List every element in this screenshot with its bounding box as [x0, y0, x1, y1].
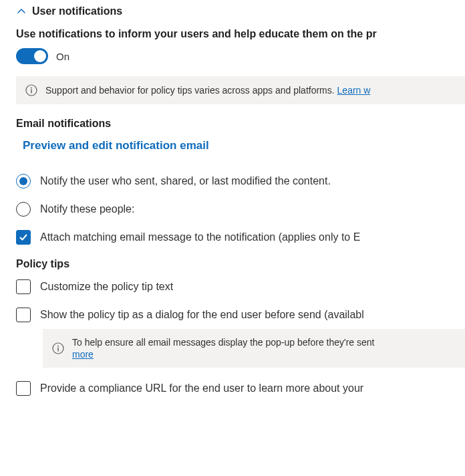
chevron-up-icon: [16, 6, 27, 17]
show-dialog-checkbox[interactable]: [16, 308, 31, 322]
compliance-url-label: Provide a compliance URL for the end use…: [40, 382, 363, 394]
notify-people-label: Notify these people:: [40, 203, 134, 215]
attach-message-checkbox[interactable]: [16, 230, 31, 245]
toggle-state-label: On: [56, 51, 69, 62]
dialog-banner-link[interactable]: more: [72, 349, 375, 360]
policy-tips-title: Policy tips: [16, 258, 465, 270]
dialog-banner-text: To help ensure all email messages displa…: [72, 337, 375, 348]
svg-point-4: [57, 346, 59, 347]
attach-message-label: Attach matching email message to the not…: [40, 231, 360, 243]
svg-point-1: [31, 88, 32, 89]
info-icon: [52, 342, 64, 354]
compliance-url-checkbox[interactable]: [16, 381, 31, 396]
section-header[interactable]: User notifications: [16, 5, 465, 17]
dialog-info-banner: To help ensure all email messages displa…: [43, 329, 465, 368]
notifications-description: Use notifications to inform your users a…: [16, 28, 465, 40]
banner-text: Support and behavior for policy tips var…: [45, 85, 337, 96]
notify-people-radio[interactable]: [16, 202, 31, 217]
policy-tips-support-banner: Support and behavior for policy tips var…: [16, 76, 465, 104]
learn-link[interactable]: Learn w: [337, 85, 371, 96]
notify-sender-radio[interactable]: [16, 174, 31, 189]
customize-tip-label: Customize the policy tip text: [40, 281, 173, 293]
notifications-toggle[interactable]: [16, 48, 48, 64]
svg-rect-2: [31, 90, 31, 94]
preview-edit-email-link[interactable]: Preview and edit notification email: [23, 139, 209, 152]
svg-rect-5: [57, 348, 58, 352]
customize-tip-checkbox[interactable]: [16, 279, 31, 294]
notify-sender-label: Notify the user who sent, shared, or las…: [40, 175, 331, 187]
info-icon: [25, 84, 37, 96]
section-title: User notifications: [32, 5, 122, 17]
show-dialog-label: Show the policy tip as a dialog for the …: [40, 309, 364, 321]
email-notifications-title: Email notifications: [16, 118, 465, 130]
